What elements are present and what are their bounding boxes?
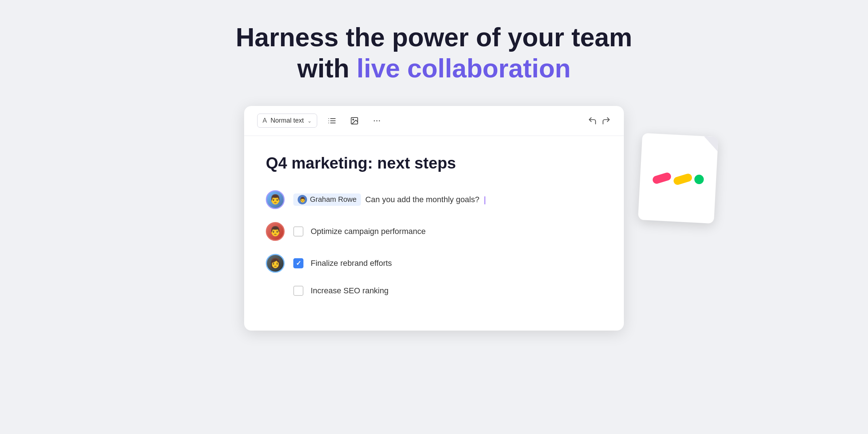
checklist-row-3: Increase SEO ranking: [266, 286, 602, 296]
checklist-item-3: Increase SEO ranking: [293, 286, 388, 296]
checklist-text-2: Finalize rebrand efforts: [311, 259, 392, 268]
document-title: Q4 marketing: next steps: [266, 154, 602, 172]
monday-logo: [652, 172, 704, 184]
headline-line1: Harness the power of your team: [236, 23, 632, 52]
text-style-dropdown[interactable]: A Normal text ⌄: [257, 114, 317, 128]
svg-point-9: [376, 120, 378, 121]
avatar-user3: 👩: [266, 254, 285, 273]
headline: Harness the power of your team with live…: [236, 22, 632, 84]
checklist-text-3: Increase SEO ranking: [311, 286, 388, 295]
logo-red-pill: [652, 171, 672, 184]
checklist-row-1: 👨 Optimize campaign performance: [266, 222, 602, 241]
floating-doc-icon: [638, 133, 718, 224]
text-style-label: Normal text: [271, 117, 304, 124]
undo-redo-group: [588, 116, 611, 125]
editor-card: A Normal text ⌄: [244, 106, 624, 331]
svg-point-10: [379, 120, 380, 121]
logo-yellow-pill: [673, 173, 693, 186]
avatar-user2: 👨: [266, 222, 285, 241]
svg-point-8: [374, 120, 375, 121]
undo-button[interactable]: [588, 116, 597, 125]
checkbox-unchecked-3[interactable]: [293, 286, 303, 296]
image-icon[interactable]: [347, 113, 362, 128]
toolbar: A Normal text ⌄: [244, 106, 624, 136]
mention-name: Graham Rowe: [310, 195, 357, 204]
main-content: A Normal text ⌄: [181, 106, 687, 331]
avatar-user1: 👨: [266, 190, 285, 209]
text-cursor: |: [484, 195, 486, 204]
mention-mini-avatar: 👨: [298, 195, 307, 204]
headline-line2-prefix: with: [297, 54, 357, 83]
checklist-item-2: Finalize rebrand efforts: [293, 258, 392, 268]
checklist-item-1: Optimize campaign performance: [293, 226, 426, 237]
comment-line: 👨 Graham Rowe Can you add the monthly go…: [293, 193, 486, 206]
chevron-down-icon: ⌄: [307, 118, 312, 124]
comment-text: Can you add the monthly goals?: [365, 195, 480, 204]
checkbox-unchecked-1[interactable]: [293, 226, 303, 237]
editor-body: Q4 marketing: next steps 👨 👨 Graham Rowe…: [244, 136, 624, 331]
checkbox-checked-2[interactable]: [293, 258, 303, 268]
text-style-prefix: A: [263, 117, 267, 124]
more-options-icon[interactable]: [369, 113, 384, 128]
checklist-row-2: 👩 Finalize rebrand efforts: [266, 254, 602, 273]
list-icon[interactable]: [324, 113, 340, 128]
collab-row-1: 👨 👨 Graham Rowe Can you add the monthly …: [266, 190, 602, 209]
checklist-text-1: Optimize campaign performance: [311, 227, 426, 236]
svg-point-7: [353, 119, 354, 120]
logo-green-dot: [694, 174, 704, 184]
headline-highlight: live collaboration: [357, 54, 571, 83]
mention-chip: 👨 Graham Rowe: [293, 193, 361, 206]
redo-button[interactable]: [601, 116, 611, 125]
